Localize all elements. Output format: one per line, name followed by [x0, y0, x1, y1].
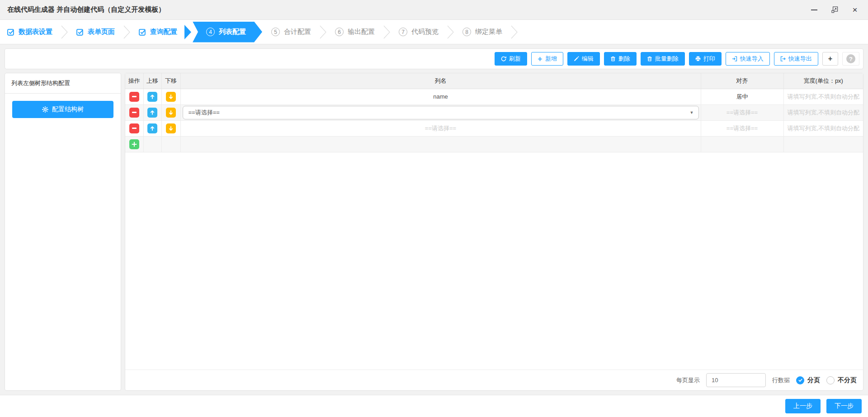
quick-import-button[interactable]: 快速导入 — [726, 52, 770, 66]
step-label: 列表配置 — [219, 28, 246, 36]
button-label: 快速导入 — [740, 55, 764, 63]
minus-icon — [132, 128, 137, 129]
delete-button[interactable]: 删除 — [604, 52, 637, 66]
per-page-label: 每页显示 — [676, 376, 700, 384]
remove-row-button[interactable] — [129, 108, 139, 118]
pagination-bar: 每页显示 行数据 分页 不分页 — [125, 370, 863, 390]
step-number-badge: 4 — [206, 28, 215, 36]
left-panel-title: 列表左侧树形结构配置 — [5, 73, 121, 94]
batch-delete-button[interactable]: 批量删除 — [641, 52, 685, 66]
configure-tree-button[interactable]: 配置结构树 — [12, 101, 113, 118]
prev-step-button[interactable]: 上一步 — [785, 399, 821, 413]
step-data-table-setup[interactable]: 数据表设置 — [7, 28, 52, 36]
wizard-footer: 上一步 下一步 — [0, 395, 868, 417]
button-label: 删除 — [618, 55, 630, 63]
button-label: 打印 — [703, 55, 715, 63]
quick-export-button[interactable]: 快速导出 — [774, 52, 818, 66]
button-label: 新增 — [545, 55, 557, 63]
minus-icon — [132, 112, 137, 113]
refresh-button[interactable]: 刷新 — [495, 52, 527, 66]
paged-label: 分页 — [807, 376, 820, 384]
align-placeholder: ==请选择== — [726, 125, 758, 132]
move-up-button[interactable] — [147, 123, 157, 133]
pencil-icon — [574, 56, 579, 62]
header-move-up: 上移 — [143, 73, 161, 89]
question-icon: ? — [846, 54, 855, 63]
rows-suffix-label: 行数据 — [772, 376, 790, 384]
column-name-select-wrap: ==请选择== ▼ — [183, 106, 699, 119]
move-up-button[interactable] — [147, 92, 157, 102]
move-down-button[interactable] — [166, 92, 176, 102]
toolbar: 刷新 新增 编辑 删除 批量删除 打印 快速导入 快速导出 — [5, 48, 863, 69]
step-label: 输出配置 — [348, 28, 375, 36]
arrow-up-icon — [150, 110, 155, 115]
maximize-icon[interactable] — [830, 6, 839, 14]
remove-row-button[interactable] — [129, 92, 139, 102]
remove-row-button[interactable] — [129, 123, 139, 133]
align-placeholder: ==请选择== — [726, 109, 758, 116]
paged-radio[interactable]: 分页 — [796, 376, 820, 384]
add-row-button[interactable] — [129, 139, 139, 149]
button-label: 快速导出 — [788, 55, 812, 63]
move-down-button[interactable] — [166, 123, 176, 133]
trash-icon — [610, 56, 616, 62]
minimize-icon[interactable] — [810, 6, 818, 14]
table-header-row: 操作 上移 下移 列名 对齐 宽度(单位：px) — [125, 73, 863, 89]
unpaged-radio[interactable]: 不分页 — [826, 376, 857, 384]
column-name-select[interactable]: ==请选择== — [183, 106, 699, 119]
radio-checked-icon — [796, 376, 804, 384]
step-bind-menu[interactable]: 8 绑定菜单 — [462, 28, 502, 36]
button-label: 编辑 — [582, 55, 594, 63]
chevron-separator-icon — [61, 25, 68, 39]
window-title: 在线代码生成器 并自动创建代码（自定义开发模板） — [7, 5, 165, 14]
step-query-config[interactable]: 查询配置 — [139, 28, 177, 36]
add-button[interactable]: 新增 — [531, 52, 563, 66]
step-output-config[interactable]: 6 输出配置 — [335, 28, 375, 36]
width-input[interactable] — [785, 109, 861, 116]
header-column-name: 列名 — [180, 73, 701, 89]
width-input[interactable] — [785, 124, 861, 132]
step-label: 代码预览 — [411, 28, 439, 36]
button-label: 批量删除 — [655, 55, 679, 63]
help-button[interactable]: ? — [842, 52, 859, 66]
step-label: 查询配置 — [150, 28, 177, 36]
unpaged-label: 不分页 — [838, 376, 857, 384]
align-value: 居中 — [736, 93, 748, 100]
plus-icon: + — [828, 55, 832, 63]
move-up-button[interactable] — [147, 108, 157, 118]
step-label: 合计配置 — [284, 28, 311, 36]
print-button[interactable]: 打印 — [689, 52, 722, 66]
add-column-button[interactable]: + — [822, 52, 838, 66]
step-code-preview[interactable]: 7 代码预览 — [399, 28, 439, 36]
content-row: 列表左侧树形结构配置 配置结构树 操作 上移 下移 列名 对齐 宽度(单位：px… — [5, 73, 863, 391]
trash-icon — [647, 56, 652, 62]
titlebar: 在线代码生成器 并自动创建代码（自定义开发模板） × — [0, 0, 868, 20]
left-tree-panel: 列表左侧树形结构配置 配置结构树 — [5, 73, 121, 391]
header-operation: 操作 — [125, 73, 143, 89]
main-area: 刷新 新增 编辑 删除 批量删除 打印 快速导入 快速导出 — [0, 44, 868, 395]
arrow-up-icon — [150, 126, 155, 131]
column-name-placeholder[interactable]: ==请选择== — [425, 125, 456, 132]
step-total-config[interactable]: 5 合计配置 — [271, 28, 311, 36]
header-width: 宽度(单位：px) — [783, 73, 863, 89]
step-list-config-active[interactable]: 4 列表配置 — [193, 22, 262, 43]
arrow-down-icon — [168, 126, 174, 131]
wizard-steps: 数据表设置 表单页面 查询配置 4 列表配置 5 合计配置 6 输出配置 7 代… — [0, 20, 868, 44]
per-page-input[interactable] — [706, 373, 766, 387]
width-input[interactable] — [785, 93, 861, 100]
table-row: name 居中 — [125, 89, 863, 104]
edit-button[interactable]: 编辑 — [567, 52, 600, 66]
sign-out-icon — [780, 56, 786, 62]
table-row: ==请选择== ==请选择== — [125, 120, 863, 136]
step-form-page[interactable]: 表单页面 — [76, 28, 115, 36]
minus-icon — [132, 96, 137, 97]
next-step-button[interactable]: 下一步 — [826, 399, 862, 413]
column-config-table-card: 操作 上移 下移 列名 对齐 宽度(单位：px) name 居中 — [125, 73, 863, 391]
step-number-badge: 5 — [271, 28, 280, 36]
close-icon[interactable]: × — [851, 6, 859, 14]
checkbox-checked-icon — [76, 28, 84, 36]
move-down-button[interactable] — [166, 108, 176, 118]
refresh-icon — [501, 56, 506, 62]
header-move-down: 下移 — [161, 73, 180, 89]
arrow-down-icon — [168, 110, 174, 115]
